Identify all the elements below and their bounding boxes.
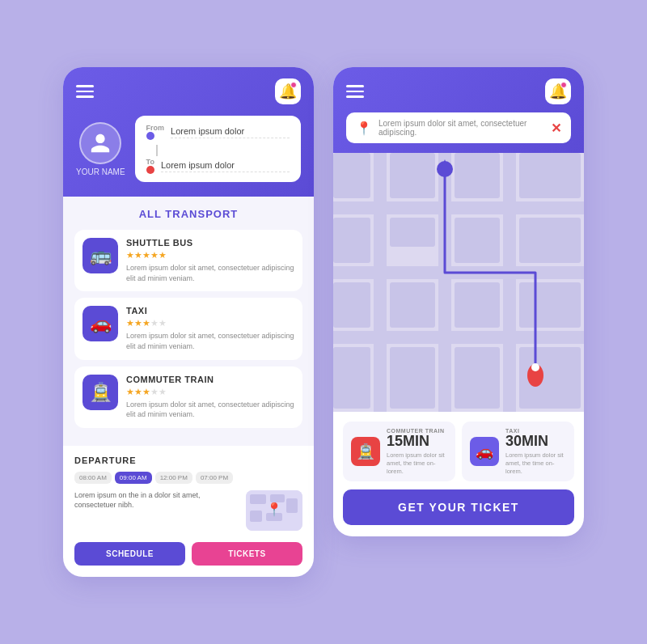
time-slot[interactable]: 08:00 AM: [74, 472, 112, 484]
shuttle-bus-desc: Lorem ipsum dolor sit amet, consectetuer…: [126, 263, 294, 283]
svg-rect-9: [333, 331, 584, 344]
from-value: Lorem ipsum dolor: [171, 126, 290, 138]
svg-rect-15: [455, 153, 500, 198]
train-card-icon: 🚊: [351, 437, 380, 466]
svg-rect-10: [374, 153, 387, 412]
user-name-label: YOUR NAME: [76, 167, 125, 176]
departure-bottom: Lorem ipsum on the in a dolor sit amet, …: [74, 490, 302, 531]
train-card-desc: Lorem ipsum dolor sit amet, the time on-…: [387, 451, 447, 475]
taxi-card-icon: 🚗: [470, 437, 499, 466]
commuter-train-stars: ★★★★★: [126, 387, 294, 397]
svg-rect-22: [390, 282, 435, 328]
svg-rect-5: [286, 498, 298, 513]
shuttle-bus-name: SHUTTLE BUS: [126, 238, 294, 248]
search-bar[interactable]: 📍 Lorem ipsum dolor sit amet, consectetu…: [346, 112, 571, 143]
shuttle-bus-stars: ★★★★★: [126, 250, 294, 261]
commuter-train-icon: 🚊: [82, 375, 118, 410]
notification-bell[interactable]: 🔔: [275, 78, 301, 104]
commuter-train-desc: Lorem ipsum dolor sit amet, consectetuer…: [126, 400, 294, 420]
svg-rect-24: [519, 282, 581, 328]
svg-point-32: [531, 363, 539, 371]
map-area: [333, 153, 584, 412]
time-slots: 08:00 AM 09:00 AM 12:00 PM 07:00 PM: [74, 472, 302, 484]
svg-rect-25: [333, 347, 370, 409]
bottom-buttons: SCHEDULE TICKETS: [63, 542, 314, 577]
close-icon[interactable]: ✕: [551, 121, 561, 136]
avatar[interactable]: [79, 122, 121, 164]
phones-container: 🔔 YOUR NAME From: [47, 43, 600, 601]
phone-1: 🔔 YOUR NAME From: [63, 67, 314, 577]
train-card-time: 15MIN: [387, 434, 447, 450]
train-card-info: COMMUTER TRAIN 15MIN Lorem ipsum dolor s…: [387, 428, 447, 475]
taxi-desc: Lorem ipsum dolor sit amet, consectetuer…: [126, 331, 294, 351]
top-bar-1: 🔔: [76, 78, 301, 104]
departure-title: DEPARTURE: [74, 455, 302, 465]
taxi-name: TAXI: [126, 306, 294, 316]
svg-rect-14: [390, 153, 435, 198]
departure-section: DEPARTURE 08:00 AM 09:00 AM 12:00 PM 07:…: [63, 446, 314, 542]
taxi-info: TAXI ★★★★★ Lorem ipsum dolor sit amet, c…: [126, 306, 294, 351]
taxi-icon: 🚗: [82, 306, 118, 341]
route-card: From Lorem ipsum dolor To Lorem ipsum do…: [135, 116, 301, 182]
profile-row: YOUR NAME From Lorem ipsum dolor To: [76, 116, 301, 182]
svg-rect-16: [519, 153, 581, 198]
taxi-card-time: 30MIN: [505, 434, 566, 450]
get-ticket-button[interactable]: GET YOUR TICKET: [343, 489, 574, 525]
search-text: Lorem ipsum dolor sit amet, consectetuer…: [378, 119, 544, 137]
schedule-button[interactable]: SCHEDULE: [74, 542, 185, 566]
location-pin-icon: 📍: [356, 121, 372, 136]
to-value: Lorem ipsum dolor: [161, 160, 290, 172]
mini-map: 📍: [246, 490, 302, 531]
top-bar-2: 🔔: [346, 78, 571, 104]
svg-rect-1: [250, 494, 266, 504]
svg-rect-19: [455, 218, 500, 263]
route-connector: [156, 145, 158, 156]
list-item[interactable]: 🚗 TAXI ★★★★★ Lorem ipsum dolor sit amet,…: [74, 298, 302, 359]
taxi-card[interactable]: 🚗 TAXI 30MIN Lorem ipsum dolor sit amet,…: [462, 422, 574, 481]
map-pin-icon: 📍: [266, 501, 282, 516]
departure-text: Lorem ipsum on the in a dolor sit amet, …: [74, 490, 238, 511]
to-dot: [146, 166, 154, 174]
svg-rect-20: [519, 218, 581, 263]
tickets-button[interactable]: TICKETS: [192, 542, 302, 566]
time-slot[interactable]: 12:00 PM: [155, 472, 192, 484]
svg-rect-18: [390, 218, 435, 247]
from-dot: [146, 132, 154, 140]
svg-rect-12: [503, 153, 516, 412]
commuter-train-card[interactable]: 🚊 COMMUTER TRAIN 15MIN Lorem ipsum dolor…: [343, 422, 455, 481]
user-icon: [89, 132, 112, 155]
time-slot[interactable]: 07:00 PM: [196, 472, 233, 484]
list-item[interactable]: 🚌 SHUTTLE BUS ★★★★★ Lorem ipsum dolor si…: [74, 230, 302, 291]
shuttle-bus-info: SHUTTLE BUS ★★★★★ Lorem ipsum dolor sit …: [126, 238, 294, 283]
svg-rect-26: [390, 347, 435, 409]
taxi-card-desc: Lorem ipsum dolor sit amet, the time on-…: [505, 451, 566, 475]
svg-rect-3: [250, 511, 262, 522]
svg-rect-17: [333, 218, 370, 263]
time-slot-active[interactable]: 09:00 AM: [115, 472, 152, 484]
shuttle-bus-icon: 🚌: [82, 238, 118, 273]
phone-2: 🔔 📍 Lorem ipsum dolor sit amet, consecte…: [333, 67, 584, 536]
menu-icon-2[interactable]: [346, 85, 364, 98]
map-svg: [333, 153, 584, 412]
svg-rect-21: [333, 282, 370, 328]
svg-rect-23: [455, 282, 500, 328]
svg-rect-27: [455, 347, 500, 409]
route-to: To Lorem ipsum dolor: [146, 158, 290, 174]
phone1-header: 🔔 YOUR NAME From: [63, 67, 314, 197]
notification-bell-2[interactable]: 🔔: [545, 78, 571, 104]
route-from: From Lorem ipsum dolor: [146, 124, 290, 140]
commuter-train-info: COMMUTER TRAIN ★★★★★ Lorem ipsum dolor s…: [126, 375, 294, 420]
bottom-cards: 🚊 COMMUTER TRAIN 15MIN Lorem ipsum dolor…: [333, 412, 584, 489]
svg-rect-7: [333, 201, 584, 214]
menu-icon[interactable]: [76, 85, 94, 98]
transport-section: ALL TRANSPORT 🚌 SHUTTLE BUS ★★★★★ Lorem …: [63, 197, 314, 446]
svg-rect-13: [333, 153, 370, 198]
list-item[interactable]: 🚊 COMMUTER TRAIN ★★★★★ Lorem ipsum dolor…: [74, 366, 302, 428]
phone2-header: 🔔 📍 Lorem ipsum dolor sit amet, consecte…: [333, 67, 584, 153]
taxi-stars: ★★★★★: [126, 318, 294, 328]
transport-title: ALL TRANSPORT: [74, 208, 302, 220]
commuter-train-name: COMMUTER TRAIN: [126, 375, 294, 384]
taxi-card-info: TAXI 30MIN Lorem ipsum dolor sit amet, t…: [505, 428, 566, 475]
